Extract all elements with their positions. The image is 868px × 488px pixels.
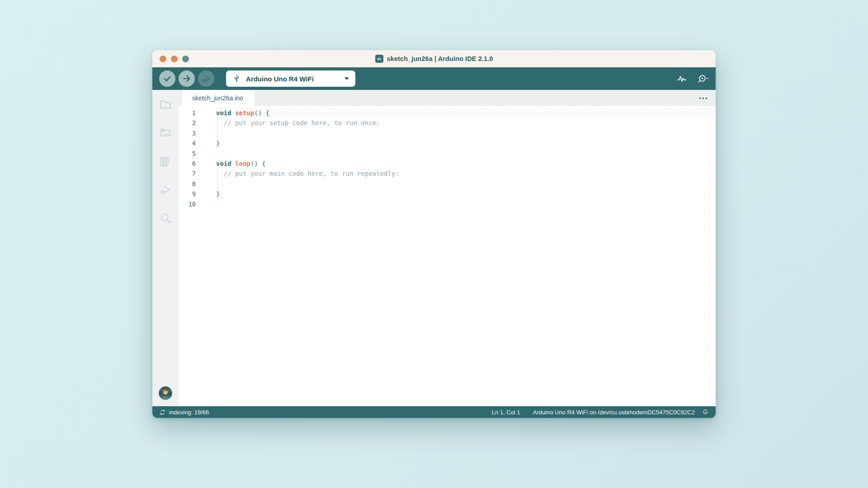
code-text[interactable]: } <box>216 138 716 148</box>
tab-overflow-menu[interactable] <box>691 90 716 106</box>
arrow-right-icon <box>182 74 192 84</box>
code-line[interactable]: 5 <box>179 149 716 159</box>
code-line[interactable]: 2 // put your setup code here, to run on… <box>179 118 716 128</box>
ellipsis-dot <box>703 98 704 99</box>
line-number: 5 <box>179 149 201 159</box>
code-text[interactable]: // put your setup code here, to run once… <box>216 118 716 128</box>
sidebar-item-debug[interactable] <box>152 175 179 204</box>
code-line[interactable]: 8 <box>179 179 716 189</box>
editor-column: sketch_jun26a.ino 1void setup() {2 // pu… <box>179 90 716 406</box>
serial-plotter-button[interactable] <box>676 73 688 84</box>
upload-button[interactable] <box>179 70 195 87</box>
account-avatar[interactable] <box>159 386 172 400</box>
status-left-group: indexing: 19/66 <box>159 409 209 416</box>
code-text[interactable] <box>216 199 716 209</box>
indent-guide <box>217 169 218 178</box>
code-line[interactable]: 10 <box>179 199 716 209</box>
indent-guide <box>217 128 218 138</box>
indexing-status: indexing: 19/66 <box>169 409 209 416</box>
code-line[interactable]: 3 <box>179 128 716 138</box>
debug-play-bug-icon <box>159 183 172 197</box>
folder-icon <box>159 98 172 111</box>
close-window-button[interactable] <box>160 56 166 62</box>
serial-monitor-icon <box>697 73 709 85</box>
sidebar-item-search[interactable] <box>152 204 179 232</box>
code-line[interactable]: 4} <box>179 138 716 148</box>
arduino-ide-window: ∞ sketch_jun26a | Arduino IDE 2.1.0 <box>152 50 716 418</box>
ellipsis-dot <box>699 98 701 99</box>
activity-bar <box>152 90 179 406</box>
code-text[interactable] <box>216 149 716 159</box>
token-plain: () { <box>254 109 269 117</box>
token-function: setup <box>235 109 254 117</box>
code-text[interactable] <box>216 179 716 189</box>
main-area: sketch_jun26a.ino 1void setup() {2 // pu… <box>152 90 716 406</box>
window-title: sketch_jun26a | Arduino IDE 2.1.0 <box>387 55 493 62</box>
board-selector-dropdown[interactable]: Arduino Uno R4 WiFi <box>226 70 355 87</box>
code-text[interactable]: } <box>216 189 716 199</box>
line-number: 9 <box>179 189 201 199</box>
editor-lines: 1void setup() {2 // put your setup code … <box>179 108 716 209</box>
line-number: 6 <box>179 159 201 169</box>
debug-play-bug-icon <box>201 74 212 84</box>
minimize-window-button[interactable] <box>171 56 178 62</box>
usb-icon <box>232 75 241 83</box>
line-number: 10 <box>179 199 201 209</box>
pulse-wave-icon <box>676 73 688 84</box>
selected-board-label: Arduino Uno R4 WiFi <box>246 75 314 83</box>
tab-label: sketch_jun26a.ino <box>192 94 243 102</box>
cursor-position[interactable]: Ln 1, Col 1 <box>492 409 520 416</box>
line-number: 4 <box>179 138 201 148</box>
toolbar: Arduino Uno R4 WiFi <box>152 67 716 90</box>
token-comment: // put your main code here, to run repea… <box>216 170 399 177</box>
code-line[interactable]: 7 // put your main code here, to run rep… <box>179 169 716 178</box>
code-line[interactable]: 6void loop() { <box>179 159 716 169</box>
arduino-app-icon: ∞ <box>375 55 383 63</box>
line-number: 2 <box>179 118 201 128</box>
serial-monitor-button[interactable] <box>697 73 709 85</box>
code-editor[interactable]: 1void setup() {2 // put your setup code … <box>179 106 716 406</box>
token-plain: () { <box>250 160 266 167</box>
code-line[interactable]: 1void setup() { <box>179 108 716 118</box>
debug-button[interactable] <box>198 70 214 87</box>
token-plain: } <box>216 190 220 197</box>
avatar-image <box>159 386 172 400</box>
line-number: 1 <box>179 108 201 118</box>
traffic-lights <box>160 50 189 67</box>
code-text[interactable]: void loop() { <box>216 159 716 169</box>
sidebar-item-sketchbook[interactable] <box>152 90 179 118</box>
circuit-board-icon <box>159 126 172 140</box>
verify-button[interactable] <box>159 70 175 87</box>
sidebar-item-boards-manager[interactable] <box>152 118 179 147</box>
code-line[interactable]: 9} <box>179 189 716 199</box>
title-bar: ∞ sketch_jun26a | Arduino IDE 2.1.0 <box>152 50 716 67</box>
token-function: loop <box>235 160 250 167</box>
editor-overview-ruler[interactable] <box>709 106 710 406</box>
token-plain: } <box>216 140 220 147</box>
tab-sketch-file[interactable]: sketch_jun26a.ino <box>182 90 255 106</box>
window-title-group: ∞ sketch_jun26a | Arduino IDE 2.1.0 <box>375 55 493 63</box>
sidebar-item-library-manager[interactable] <box>152 147 179 175</box>
code-text[interactable]: // put your main code here, to run repea… <box>216 169 716 178</box>
code-text[interactable] <box>216 128 716 138</box>
status-right-group: Ln 1, Col 1 Arduino Uno R4 WiFi on /dev/… <box>492 408 709 416</box>
sync-icon <box>159 409 166 416</box>
bell-icon[interactable] <box>702 408 709 416</box>
board-connection-status[interactable]: Arduino Uno R4 WiFi on /dev/cu.usbmodemD… <box>533 409 695 416</box>
books-icon <box>159 155 172 168</box>
ellipsis-dot <box>706 98 707 99</box>
line-number: 7 <box>179 169 201 178</box>
token-keyword: void <box>216 160 235 167</box>
line-number: 3 <box>179 128 201 138</box>
code-text[interactable]: void setup() { <box>216 108 716 118</box>
line-number: 8 <box>179 179 201 189</box>
zoom-window-button[interactable] <box>182 56 189 62</box>
check-icon <box>162 74 172 84</box>
chevron-down-icon <box>344 77 349 80</box>
indent-guide <box>217 179 218 189</box>
status-bar: indexing: 19/66 Ln 1, Col 1 Arduino Uno … <box>152 406 716 418</box>
indent-guide <box>217 118 218 128</box>
toolbar-right-group <box>676 73 709 85</box>
search-icon <box>159 211 172 225</box>
token-keyword: void <box>216 109 235 117</box>
